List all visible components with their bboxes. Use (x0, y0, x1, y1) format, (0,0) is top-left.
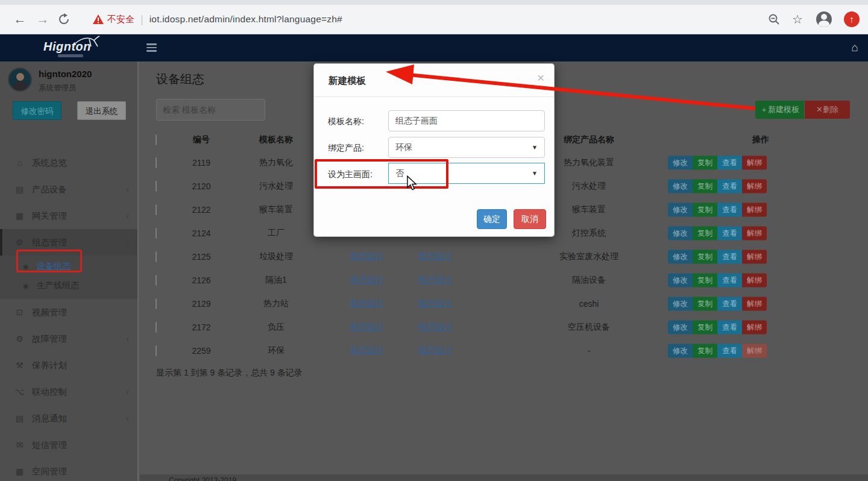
close-icon[interactable]: × (537, 71, 544, 85)
view-button[interactable]: 查看 (717, 344, 742, 357)
sidebar-item-sms-management[interactable]: ✉ 短信管理 (0, 432, 137, 458)
row-checkbox[interactable] (156, 275, 157, 286)
row-checkbox[interactable] (156, 345, 157, 356)
view-button[interactable]: 查看 (717, 156, 742, 169)
row-checkbox[interactable] (156, 322, 157, 333)
unbind-button[interactable]: 解绑 (742, 203, 767, 216)
logout-button[interactable]: 退出系统 (77, 101, 126, 120)
sidebar-item-space-management[interactable]: ▦ 空间管理 (0, 458, 137, 481)
unbind-button[interactable]: 解绑 (742, 344, 767, 357)
delete-button[interactable]: ✕删除 (805, 101, 850, 119)
edit-button[interactable]: 修改 (668, 156, 693, 169)
edit-button[interactable]: 修改 (668, 226, 693, 240)
design-link[interactable]: 组态设计 (350, 298, 384, 308)
sidebar-item-device-configuration[interactable]: ◉ 设备组态 (0, 257, 137, 276)
view-button[interactable]: 查看 (717, 273, 742, 287)
design-link[interactable]: 组态设计 (350, 345, 384, 355)
sidebar-item-production-line-configuration[interactable]: ◉ 生产线组态 (0, 276, 137, 295)
chevron-left-icon: ‹ (126, 387, 129, 397)
sidebar-item-fault-management[interactable]: ⚙ 故障管理 ‹ (0, 325, 137, 352)
design-link[interactable]: 组态设计 (419, 298, 453, 308)
forward-icon[interactable]: → (31, 12, 54, 27)
design-link[interactable]: 组态设计 (419, 275, 453, 285)
view-button[interactable]: 查看 (717, 297, 742, 310)
unbind-button[interactable]: 解绑 (742, 250, 767, 263)
template-name-field[interactable] (388, 110, 545, 131)
address-bar-url[interactable]: iot.idosp.net/admin/index.html?language=… (149, 14, 342, 25)
unbind-button[interactable]: 解绑 (742, 297, 767, 310)
url-separator: | (140, 13, 143, 26)
design-link[interactable]: 组态设计 (350, 322, 384, 332)
sidebar-item-configuration-management[interactable]: ⚙ 组态管理 ‹ (0, 229, 137, 256)
row-checkbox[interactable] (156, 298, 157, 309)
unbind-button[interactable]: 解绑 (742, 273, 767, 287)
sidebar-item-linkage-control[interactable]: ⌥ 联动控制 ‹ (0, 379, 137, 405)
cancel-button[interactable]: 取消 (514, 209, 546, 229)
bookmark-star-icon[interactable]: ☆ (792, 13, 804, 25)
copy-button[interactable]: 复制 (693, 179, 717, 193)
copy-button[interactable]: 复制 (693, 156, 717, 169)
user-avatar[interactable] (8, 68, 32, 92)
new-template-button[interactable]: ＋新建模板 (755, 101, 804, 119)
design-link[interactable]: 组态设计 (419, 322, 453, 332)
browser-update-icon[interactable]: ↑ (844, 11, 860, 27)
edit-button[interactable]: 修改 (668, 273, 693, 287)
change-password-button[interactable]: 修改密码 (13, 101, 61, 120)
edit-button[interactable]: 修改 (668, 250, 693, 263)
unbind-button[interactable]: 解绑 (742, 320, 767, 334)
security-warning-label[interactable]: 不安全 (107, 14, 134, 25)
sidebar-item-product-devices[interactable]: ▤ 产品设备 ‹ (0, 176, 137, 203)
view-button[interactable]: 查看 (717, 179, 742, 193)
sidebar-item-system-overview[interactable]: ⌂ 系统总览 (0, 149, 137, 176)
copy-button[interactable]: 复制 (693, 320, 717, 334)
row-checkbox[interactable] (156, 204, 157, 215)
view-button[interactable]: 查看 (717, 320, 742, 334)
bind-product-select[interactable]: 环保 ▼ (388, 137, 545, 158)
ok-button[interactable]: 确定 (477, 209, 507, 229)
copy-button[interactable]: 复制 (693, 250, 717, 263)
view-button[interactable]: 查看 (717, 250, 742, 263)
main-screen-select[interactable]: 否 ▼ (388, 163, 545, 184)
row-checkbox[interactable] (156, 251, 157, 262)
design-link[interactable]: 组态设计 (419, 345, 453, 355)
browser-profile-avatar[interactable] (816, 11, 832, 27)
row-checkbox[interactable] (156, 157, 157, 168)
sidebar-item-video-management[interactable]: ⊡ 视频管理 (0, 299, 137, 325)
copy-button[interactable]: 复制 (693, 273, 717, 287)
design-link[interactable]: 组态设计 (419, 251, 453, 261)
copy-button[interactable]: 复制 (693, 297, 717, 310)
unbind-button[interactable]: 解绑 (742, 156, 767, 169)
back-icon[interactable]: ← (8, 12, 31, 27)
design-link[interactable]: 组态设计 (350, 275, 384, 285)
home-icon[interactable]: ⌂ (852, 41, 858, 54)
edit-button[interactable]: 修改 (668, 179, 693, 193)
sidebar-item-maintenance-plan[interactable]: ⚒ 保养计划 (0, 352, 137, 379)
sidebar-toggle-icon[interactable] (146, 43, 157, 54)
search-input[interactable] (156, 99, 265, 121)
select-all-checkbox[interactable] (156, 134, 157, 145)
sidebar-item-gateway-management[interactable]: ▦ 网关管理 ‹ (0, 203, 137, 229)
edit-button[interactable]: 修改 (668, 320, 693, 334)
edit-button[interactable]: 修改 (668, 297, 693, 310)
header-actions: 操作 (700, 134, 821, 145)
security-warning-icon[interactable] (93, 14, 104, 24)
row-product-name: 空压机设备 (481, 322, 697, 333)
zoom-out-icon[interactable] (768, 13, 780, 25)
copy-button[interactable]: 复制 (693, 344, 717, 357)
copy-button[interactable]: 复制 (693, 226, 717, 240)
row-checkbox[interactable] (156, 181, 157, 192)
view-button[interactable]: 查看 (717, 203, 742, 216)
edit-button[interactable]: 修改 (668, 203, 693, 216)
reload-icon[interactable] (58, 13, 70, 25)
row-checkbox[interactable] (156, 228, 157, 239)
unbind-button[interactable]: 解绑 (742, 179, 767, 193)
copy-button[interactable]: 复制 (693, 203, 717, 216)
edit-button[interactable]: 修改 (668, 344, 693, 357)
view-button[interactable]: 查看 (717, 226, 742, 240)
sidebar: hignton2020 系统管理员 修改密码 退出系统 ⌂ 系统总览 ▤ 产品设… (0, 61, 139, 481)
design-link[interactable]: 组态设计 (350, 251, 384, 261)
chevron-left-icon: ‹ (126, 184, 129, 194)
book-icon: ▤ (14, 184, 25, 194)
unbind-button[interactable]: 解绑 (742, 226, 767, 240)
sidebar-item-message-notification[interactable]: ▤ 消息通知 ‹ (0, 405, 137, 432)
